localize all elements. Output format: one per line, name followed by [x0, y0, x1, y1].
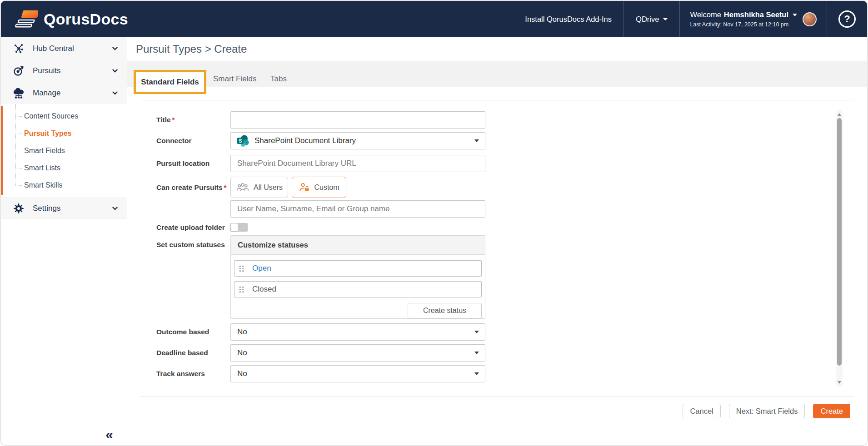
sidebar-item-pursuits[interactable]: Pursuits — [1, 59, 127, 82]
drag-handle-icon[interactable] — [239, 286, 244, 293]
chevron-down-icon — [112, 207, 118, 210]
title-input[interactable] — [230, 111, 485, 129]
sidebar-item-settings[interactable]: Settings — [1, 197, 127, 219]
deadline-based-select[interactable]: No — [230, 344, 485, 362]
sidebar-item-label: Settings — [33, 204, 112, 213]
help-icon: ? — [844, 13, 850, 25]
user-avatar[interactable] — [803, 12, 817, 26]
create-upload-folder-label: Create upload folder — [156, 223, 230, 232]
sidebar-item-pursuit-types[interactable]: Pursuit Types — [1, 125, 127, 142]
label-text: Outcome based — [156, 328, 209, 336]
user-search-input[interactable] — [230, 200, 485, 218]
manage-icon — [12, 88, 25, 99]
chevron-down-icon — [793, 14, 797, 16]
customize-statuses-panel: Customize statuses — [230, 235, 485, 319]
user-menu[interactable]: Welcome Hemshikha Seetul Last Activity: … — [680, 1, 827, 37]
chevron-down-icon — [474, 372, 479, 375]
chevron-down-icon — [474, 139, 479, 142]
chevron-down-icon — [663, 18, 668, 20]
users-group-icon — [236, 183, 249, 192]
sidebar-item-smart-fields[interactable]: Smart Fields — [1, 142, 127, 159]
tab-smart-fields[interactable]: Smart Fields — [213, 74, 256, 84]
form-content: Title* Connector — [127, 87, 867, 445]
tab-label: Smart Fields — [213, 74, 256, 83]
pursuit-type-form: Title* Connector — [156, 111, 485, 382]
top-divider — [140, 100, 853, 100]
select-value: No — [237, 348, 247, 357]
status-name[interactable]: Closed — [252, 285, 276, 294]
connector-select[interactable]: S SharePoint Document Library — [230, 132, 485, 149]
user-lock-icon — [299, 183, 310, 192]
sharepoint-icon: S — [237, 135, 249, 147]
sidebar-item-label: Pursuit Types — [24, 129, 72, 138]
hub-central-icon — [12, 43, 25, 54]
tab-standard-fields[interactable]: Standard Fields — [136, 72, 204, 92]
track-answers-select[interactable]: No — [230, 365, 485, 382]
sidebar-item-smart-lists[interactable]: Smart Lists — [1, 159, 127, 177]
qorusdocs-logo[interactable]: QorusDocs — [1, 1, 128, 37]
tab-tabs[interactable]: Tabs — [270, 74, 287, 84]
pursuit-location-input[interactable] — [230, 155, 485, 172]
chevron-down-icon — [112, 91, 118, 95]
create-button[interactable]: Create — [813, 404, 850, 418]
select-value: No — [237, 327, 247, 337]
cancel-button[interactable]: Cancel — [683, 404, 720, 418]
status-name[interactable]: Open — [252, 264, 271, 273]
label-text: Create upload folder — [156, 223, 225, 231]
custom-option-button[interactable]: Custom — [292, 177, 346, 198]
deadline-based-label: Deadline based — [156, 349, 230, 357]
outcome-based-select[interactable]: No — [230, 323, 485, 341]
sidebar-item-label: Manage — [33, 89, 112, 98]
required-asterisk: * — [172, 116, 175, 124]
chevron-down-icon — [112, 69, 118, 73]
label-text: Title — [156, 116, 171, 124]
pursuit-location-label: Pursuit location — [156, 159, 230, 168]
help-button[interactable]: ? — [838, 10, 856, 28]
track-answers-label: Track answers — [156, 370, 230, 378]
sidebar-item-hub-central[interactable]: Hub Central — [1, 37, 127, 59]
create-status-button[interactable]: Create status — [408, 303, 482, 318]
main-area: Pursuit Types > Create Smart Fields Tabs… — [127, 37, 867, 445]
set-custom-statuses-label: Set custom statuses — [156, 235, 230, 249]
chevron-down-icon — [474, 331, 479, 333]
sidebar-item-label: Smart Lists — [24, 164, 60, 172]
option-label: Custom — [314, 183, 339, 192]
install-addins-link[interactable]: Install QorusDocs Add-Ins — [513, 1, 624, 37]
sidebar-item-smart-skills[interactable]: Smart Skills — [1, 177, 127, 194]
label-text: Pursuit location — [156, 159, 210, 167]
next-smart-fields-button[interactable]: Next: Smart Fields — [729, 404, 805, 418]
sidebar-item-manage[interactable]: Manage — [1, 82, 127, 104]
sidebar-item-label: Pursuits — [33, 66, 112, 75]
all-users-option-button[interactable]: All Users — [230, 177, 288, 198]
connector-value: SharePoint Document Library — [254, 136, 356, 145]
sidebar-item-label: Smart Fields — [24, 147, 65, 155]
scroll-down-arrow-icon[interactable] — [838, 381, 841, 384]
sidebar-collapse-button[interactable]: « — [105, 428, 113, 441]
sidebar-item-content-sources[interactable]: Content Sources — [1, 108, 127, 125]
select-value: No — [237, 369, 247, 378]
tab-label: Tabs — [270, 74, 287, 83]
svg-text:S: S — [239, 138, 242, 144]
drag-handle-icon[interactable] — [239, 265, 244, 272]
title-label: Title* — [156, 116, 230, 124]
vertical-scrollbar[interactable] — [836, 110, 843, 387]
create-upload-folder-toggle[interactable] — [230, 223, 248, 232]
app-window: QorusDocs Install QorusDocs Add-Ins QDri… — [0, 0, 868, 446]
can-create-pursuits-label: Can create Pursuits* — [156, 183, 230, 192]
label-text: Track answers — [156, 370, 205, 377]
tab-label: Standard Fields — [141, 78, 199, 87]
panel-title: Customize statuses — [231, 236, 485, 255]
qdrive-menu[interactable]: QDrive — [624, 1, 679, 37]
status-row-open[interactable]: Open — [234, 260, 482, 277]
tab-strip: Smart Fields Tabs — [127, 61, 867, 87]
scroll-up-arrow-icon[interactable] — [838, 113, 841, 116]
qdrive-label: QDrive — [636, 15, 659, 24]
logo-text: QorusDocs — [44, 10, 128, 28]
top-header: QorusDocs Install QorusDocs Add-Ins QDri… — [1, 1, 867, 37]
sidebar-item-label: Content Sources — [24, 112, 78, 120]
status-row-closed[interactable]: Closed — [234, 281, 482, 297]
qorusdocs-logo-icon — [14, 9, 38, 30]
footer-divider — [140, 396, 853, 396]
scrollbar-thumb[interactable] — [837, 118, 842, 366]
sidebar: Hub Central Pursuits — [1, 37, 127, 445]
